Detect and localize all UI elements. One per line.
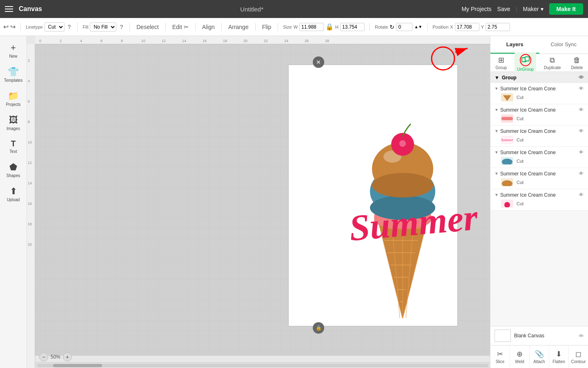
layer-eye-icon[interactable]: 👁 [579,107,584,113]
y-input[interactable] [486,23,510,31]
ruler-mark-v: 20 [28,242,32,247]
layer-eye-icon[interactable]: 👁 [579,192,584,198]
attach-button[interactable]: 📎 Attach [530,346,549,368]
ruler-mark: 20 [243,39,247,43]
duplicate-label: Duplicate [544,65,561,70]
list-item: ▼ Summer Ice Cream Cone 👁 Cut [490,104,588,126]
layer-title: Summer Ice Cream Cone [500,192,556,198]
zoom-out-button[interactable]: − [39,352,48,361]
layer-chevron-icon[interactable]: ▼ [494,150,499,155]
linetype-select[interactable]: Cut [45,22,65,31]
layers-list: ▼ Group 👁 ▼ Summer Ice Cream Cone 👁 [490,72,588,326]
top-nav-right: My Projects Save | Maker ▾ Make It [461,3,583,15]
ruler-mark-v: 8 [28,120,30,124]
edit-button[interactable]: Edit ✂ [171,23,190,31]
width-input[interactable] [299,23,324,31]
layer-title-left: ▼ Summer Ice Cream Cone [494,192,556,198]
x-input[interactable] [455,23,479,31]
sidebar-item-shapes[interactable]: ⬟ Shapes [2,159,25,181]
size-section: Size W 🔒 H [283,23,370,31]
deselect-button[interactable]: Deselect [135,23,160,31]
canvas-scrollbar[interactable] [35,362,490,368]
canvas-area[interactable]: 0 2 4 6 8 10 12 14 16 18 20 22 24 26 28 … [27,36,490,368]
ruler-mark: 14 [182,39,186,43]
flatten-button[interactable]: ⬇ Flatten [549,346,569,368]
scroll-track[interactable] [37,364,488,367]
svg-line-27 [455,48,468,52]
layer-sub-row: Cut [494,93,584,101]
make-it-button[interactable]: Make It [549,3,583,15]
rotate-stepper[interactable]: ▲▼ [414,25,422,29]
zoom-in-button[interactable]: + [63,352,72,361]
layer-chevron-icon[interactable]: ▼ [494,171,499,176]
sidebar-item-images[interactable]: 🖼 Images [2,112,25,134]
sidebar-item-projects[interactable]: 📁 Projects [2,88,25,110]
layer-chevron-icon[interactable]: ▼ [494,129,499,133]
layer-eye-icon[interactable]: 👁 [579,171,584,177]
list-item: ▼ Summer Ice Cream Cone 👁 Cut [490,147,588,168]
canvas-content[interactable]: 11.988" ✕ 🔒 [35,44,490,356]
maker-button[interactable]: Maker ▾ [523,6,543,12]
arrange-button[interactable]: Arrange [227,23,250,31]
layer-thumbnail [501,178,513,186]
fill-select[interactable]: No Fill [90,22,116,31]
flip-button[interactable]: Flip [261,23,273,31]
sidebar-item-templates[interactable]: 👕 Templates [2,63,25,86]
layer-title: Summer Ice Cream Cone [500,171,556,177]
scroll-thumb[interactable] [53,364,102,367]
duplicate-icon: ⧉ [550,56,555,65]
layer-chevron-icon[interactable]: ▼ [494,86,499,91]
tab-layers[interactable]: Layers [490,36,539,54]
group-visibility-icon[interactable]: 👁 [579,74,584,81]
layer-title: Summer Ice Cream Cone [500,128,556,134]
zoom-level: 50% [51,354,60,360]
layer-chevron-icon[interactable]: ▼ [494,193,499,197]
ruler-left: 2 4 6 8 10 12 14 16 18 20 [27,44,35,368]
ungroup-label: UnGroup [517,67,534,72]
weld-label: Weld [515,359,524,364]
group-expand-icon[interactable]: ▼ [494,75,499,81]
fill-help[interactable]: ? [118,23,125,31]
layer-eye-icon[interactable]: 👁 [579,149,584,155]
redo-button[interactable]: ↪ [10,23,16,31]
undo-button[interactable]: ↩ [3,23,9,31]
toolbar: ↩ ↪ Linetype Cut ? Fill No Fill ? Desele… [0,18,588,36]
ruler-mark: 18 [223,39,227,43]
linetype-help[interactable]: ? [66,23,73,31]
rotate-input[interactable] [396,23,412,31]
sidebar-item-new[interactable]: + New [2,39,25,62]
text-icon: T [11,139,16,148]
weld-button[interactable]: ⊕ Weld [510,346,530,368]
ruler-mark: 10 [141,39,145,43]
tab-color-sync[interactable]: Color Sync [539,36,588,54]
group-label: Group [496,65,507,70]
blank-canvas-eye-icon[interactable]: 👁 [579,333,584,339]
sidebar-label-upload: Upload [7,197,20,202]
contour-button[interactable]: ◻ Contour [569,346,588,368]
group-button[interactable]: ⊞ Group [493,54,510,72]
selection-close-button[interactable]: ✕ [313,56,324,68]
height-input[interactable] [340,23,365,31]
ungroup-button[interactable]: UnGroup [514,52,536,73]
layer-eye-icon[interactable]: 👁 [579,128,584,134]
layer-chevron-icon[interactable]: ▼ [494,108,499,112]
position-section: Position X Y [432,23,515,31]
align-button[interactable]: Align [200,23,216,31]
selection-lock-button[interactable]: 🔒 [313,322,324,334]
lock-ratio-icon[interactable]: 🔒 [325,23,334,31]
slice-button[interactable]: ✂ Slice [490,346,510,368]
ruler-mark-v: 14 [28,181,32,185]
delete-button[interactable]: 🗑 Delete [569,54,586,72]
save-button[interactable]: Save [497,6,510,12]
sidebar-item-upload[interactable]: ⬆ Upload [2,183,25,205]
linetype-label: Linetype [26,25,43,29]
my-projects-button[interactable]: My Projects [461,6,491,12]
sidebar-item-text[interactable]: T Text [2,136,25,157]
sidebar-label-templates: Templates [4,78,23,83]
app-logo: Canvas [19,5,42,13]
layer-eye-icon[interactable]: 👁 [579,85,584,92]
hamburger-menu[interactable] [5,6,13,12]
position-label: Position [432,25,448,29]
svg-marker-30 [503,95,511,101]
duplicate-button[interactable]: ⧉ Duplicate [541,54,564,72]
